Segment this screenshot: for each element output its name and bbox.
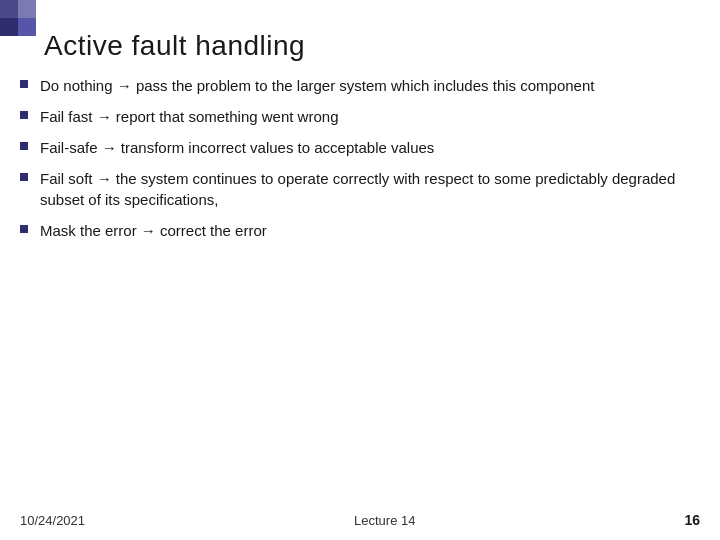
- footer: 10/24/2021 Lecture 14 16: [20, 512, 700, 528]
- bullet-square-2: [20, 111, 28, 119]
- bullet-square-5: [20, 225, 28, 233]
- bullet-item-5: Mask the error → correct the error: [20, 220, 700, 241]
- corner-decoration: [0, 0, 36, 36]
- bullet-text-1: Do nothing → pass the problem to the lar…: [40, 75, 700, 96]
- footer-lecture: Lecture 14: [354, 513, 415, 528]
- footer-date: 10/24/2021: [20, 513, 85, 528]
- slide-title: Active fault handling: [44, 30, 305, 62]
- bullet-item-2: Fail fast → report that something went w…: [20, 106, 700, 127]
- bullet-text-2: Fail fast → report that something went w…: [40, 106, 700, 127]
- bullet-item-3: Fail-safe → transform incorrect values t…: [20, 137, 700, 158]
- content-area: Do nothing → pass the problem to the lar…: [20, 75, 700, 490]
- bullet-text-4: Fail soft → the system continues to oper…: [40, 168, 700, 210]
- slide-container: Active fault handling Do nothing → pass …: [0, 0, 720, 540]
- bullet-item-1: Do nothing → pass the problem to the lar…: [20, 75, 700, 96]
- bullet-square-4: [20, 173, 28, 181]
- footer-page: 16: [684, 512, 700, 528]
- bullet-square-1: [20, 80, 28, 88]
- bullet-text-5: Mask the error → correct the error: [40, 220, 700, 241]
- bullet-square-3: [20, 142, 28, 150]
- bullet-item-4: Fail soft → the system continues to oper…: [20, 168, 700, 210]
- bullet-list: Do nothing → pass the problem to the lar…: [20, 75, 700, 241]
- bullet-text-3: Fail-safe → transform incorrect values t…: [40, 137, 700, 158]
